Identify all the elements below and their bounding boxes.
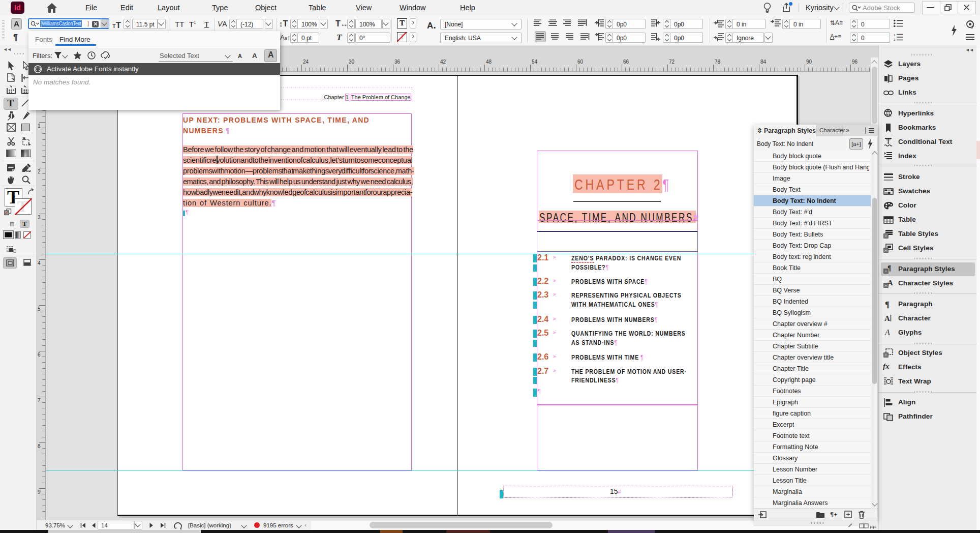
svg-text:1: 1: [894, 34, 896, 37]
svg-text:A: A: [884, 328, 890, 337]
svg-text:¶: ¶: [885, 300, 890, 309]
svg-text:2: 2: [894, 38, 896, 41]
svg-text:A: A: [884, 314, 890, 322]
